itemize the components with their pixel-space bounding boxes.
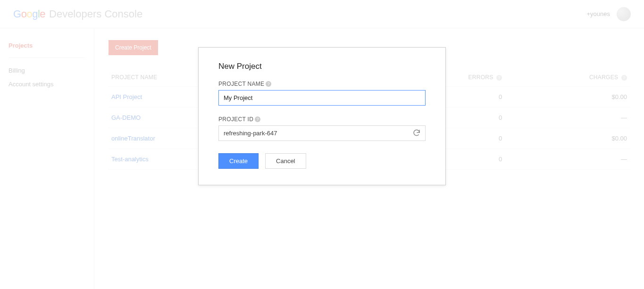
project-id-input[interactable] xyxy=(218,125,426,141)
project-name-label: PROJECT NAME ? xyxy=(218,81,426,87)
modal-overlay: New Project PROJECT NAME ? PROJECT ID ? … xyxy=(0,0,644,289)
help-icon[interactable]: ? xyxy=(266,81,271,87)
project-id-label: PROJECT ID ? xyxy=(218,116,426,123)
new-project-dialog: New Project PROJECT NAME ? PROJECT ID ? … xyxy=(198,47,446,185)
dialog-title: New Project xyxy=(218,62,426,71)
cancel-button[interactable]: Cancel xyxy=(265,153,306,169)
refresh-icon[interactable] xyxy=(412,129,421,137)
help-icon[interactable]: ? xyxy=(255,116,260,122)
create-button[interactable]: Create xyxy=(218,153,259,169)
project-name-input[interactable] xyxy=(218,90,426,106)
